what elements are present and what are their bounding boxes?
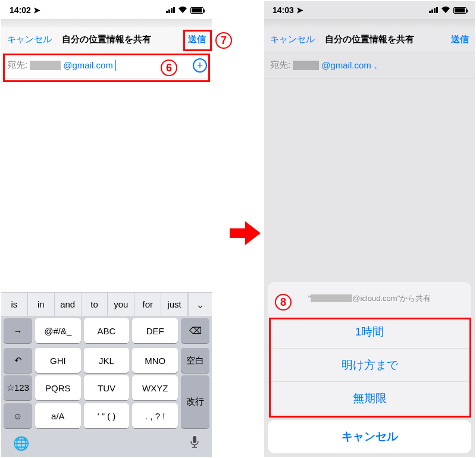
red-arrow-icon	[230, 220, 261, 249]
page-title: 自分の位置情報を共有	[318, 34, 421, 45]
suggestion-expand[interactable]: ⌄	[188, 293, 212, 316]
add-recipient-button[interactable]: +	[193, 58, 207, 73]
plus-icon: +	[197, 60, 203, 71]
key-emoji[interactable]: ☺	[4, 403, 32, 428]
key-row: ☆123 PQRS TUV WXYZ	[4, 375, 178, 400]
action-sheet-options: " @icloud.com "から共有 1時間 明け方まで 無期限	[268, 282, 471, 415]
status-time-group: 14:03 ➤	[273, 5, 303, 15]
action-sheet-title: " @icloud.com "から共有	[268, 282, 471, 315]
mic-icon[interactable]	[189, 435, 200, 452]
battery-icon	[190, 7, 203, 14]
page-title: 自分の位置情報を共有	[55, 34, 158, 45]
phone-right: 14:03 ➤ キャンセル 自分の位置情報を共有 送信 宛先: @gmail.c…	[264, 1, 475, 457]
wifi-icon	[441, 5, 450, 15]
key-row: ☺ a/A ' " ( ) . , ? !	[4, 403, 178, 428]
key-undo[interactable]: ↶	[4, 348, 32, 373]
annotation-circle-7: 7	[215, 32, 232, 49]
wifi-icon	[178, 5, 187, 15]
key-row: ↶ GHI JKL MNO 空白	[1, 346, 212, 375]
share-option-1hour[interactable]: 1時間	[268, 315, 471, 349]
suggestion[interactable]: is	[1, 293, 28, 316]
modal-sliver	[264, 19, 475, 27]
key[interactable]: TUV	[84, 375, 130, 400]
annotation-circle-8: 8	[275, 294, 292, 310]
keyboard: is in and to you for just ⌄ → @#/&_ ABC …	[1, 292, 212, 457]
location-arrow-icon: ➤	[33, 5, 40, 15]
recipient-trailing: 、	[374, 59, 383, 71]
suggestion[interactable]: in	[28, 293, 55, 316]
action-sheet-cancel[interactable]: キャンセル	[268, 420, 471, 453]
send-button[interactable]: 送信	[421, 34, 469, 45]
key[interactable]: JKL	[84, 348, 130, 373]
svg-rect-0	[193, 436, 196, 443]
key[interactable]: . , ? !	[132, 403, 178, 428]
key[interactable]: PQRS	[35, 375, 81, 400]
prediction-bar: is in and to you for just ⌄	[1, 292, 212, 316]
redaction-box	[30, 61, 61, 70]
suggestion[interactable]: you	[108, 293, 134, 316]
suggestion[interactable]: and	[55, 293, 82, 316]
title-visible: @icloud.com	[352, 294, 397, 303]
annotation-number: 7	[221, 34, 227, 47]
key[interactable]: DEF	[132, 318, 178, 343]
status-bar: 14:02 ➤	[1, 1, 212, 19]
cancel-button[interactable]: キャンセル	[7, 34, 55, 45]
globe-icon[interactable]: 🌐	[13, 436, 29, 451]
recipient-address: @gmail.com	[63, 60, 113, 70]
recipient-label: 宛先:	[7, 59, 27, 71]
key-return[interactable]: 改行	[181, 375, 209, 428]
key-row: → @#/&_ ABC DEF ⌫	[1, 316, 212, 346]
key[interactable]: MNO	[132, 348, 178, 373]
key[interactable]: ' " ( )	[84, 403, 130, 428]
phone-left: 14:02 ➤ キャンセル 自分の位置情報を共有 送信 宛先: @gmail.c…	[1, 1, 212, 457]
status-time: 14:03	[273, 5, 294, 15]
status-time-group: 14:02 ➤	[10, 5, 40, 15]
annotation-number: 6	[166, 62, 172, 74]
recipient-row[interactable]: 宛先: @gmail.com +	[1, 52, 212, 79]
key[interactable]: GHI	[35, 348, 81, 373]
key[interactable]: a/A	[35, 403, 81, 428]
title-suffix: "から共有	[397, 293, 431, 304]
key[interactable]: @#/&_	[35, 318, 81, 343]
suggestion[interactable]: just	[161, 293, 188, 316]
key[interactable]: ABC	[84, 318, 130, 343]
key-backspace[interactable]: ⌫	[181, 318, 209, 343]
keyboard-bottom-bar: 🌐	[1, 431, 212, 457]
text-cursor	[115, 60, 117, 71]
navbar: キャンセル 自分の位置情報を共有 送信	[264, 27, 475, 52]
share-option-indefinite[interactable]: 無期限	[268, 382, 471, 415]
action-sheet: " @icloud.com "から共有 1時間 明け方まで 無期限 キャンセル	[268, 282, 471, 453]
annotation-number: 8	[280, 296, 286, 309]
status-right-icons	[429, 5, 466, 15]
key-space[interactable]: 空白	[181, 348, 209, 373]
key-arrow[interactable]: →	[4, 318, 32, 343]
status-right-icons	[166, 5, 203, 15]
status-bar: 14:03 ➤	[264, 1, 475, 19]
key-mode[interactable]: ☆123	[4, 375, 32, 400]
recipient-row[interactable]: 宛先: @gmail.com 、	[264, 52, 475, 79]
share-option-until-dawn[interactable]: 明け方まで	[268, 349, 471, 382]
location-arrow-icon: ➤	[296, 5, 303, 15]
navbar: キャンセル 自分の位置情報を共有 送信	[1, 27, 212, 52]
recipient-label: 宛先:	[270, 59, 290, 71]
chevron-down-icon: ⌄	[196, 298, 205, 311]
signal-icon	[429, 7, 438, 13]
redaction-box	[311, 294, 352, 302]
status-time: 14:02	[10, 5, 31, 15]
cancel-button[interactable]: キャンセル	[270, 34, 318, 45]
signal-icon	[166, 7, 175, 13]
send-button[interactable]: 送信	[158, 34, 206, 45]
battery-icon	[453, 7, 466, 14]
key[interactable]: WXYZ	[132, 375, 178, 400]
recipient-address: @gmail.com	[321, 60, 371, 70]
suggestion[interactable]: to	[82, 293, 108, 316]
suggestion[interactable]: for	[134, 293, 161, 316]
redaction-box	[293, 61, 319, 70]
annotation-circle-6: 6	[161, 59, 177, 76]
modal-sliver	[1, 19, 212, 27]
